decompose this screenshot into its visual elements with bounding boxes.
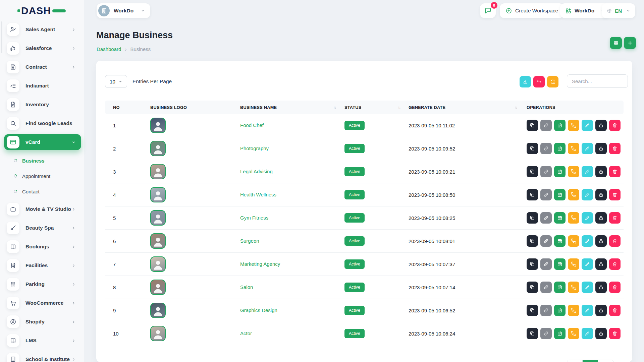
view-toggle-button[interactable] [610, 37, 622, 49]
contact-button[interactable] [568, 258, 579, 270]
appointment-button[interactable] [554, 189, 566, 200]
edit-button[interactable] [582, 328, 593, 339]
sidebar-item-woocommerce[interactable]: WooCommerce [4, 295, 81, 311]
messages-button[interactable]: 0 [480, 3, 496, 18]
create-workspace-button[interactable]: Create Workspace [500, 3, 564, 18]
business-logo[interactable] [150, 326, 166, 341]
workspace-switcher[interactable]: WorkDo [97, 3, 150, 18]
business-logo[interactable] [150, 164, 166, 179]
sidebar-item-school-institute[interactable]: School & Institute [4, 351, 81, 362]
contact-button[interactable] [568, 282, 579, 293]
contact-button[interactable] [568, 328, 579, 339]
search-input[interactable] [567, 74, 628, 88]
appointment-button[interactable] [554, 166, 566, 177]
duplicate-button[interactable] [527, 189, 538, 200]
sidebar-item-inventory[interactable]: Inventory [4, 97, 81, 113]
business-name-link[interactable]: Marketing Agency [240, 261, 280, 267]
delete-button[interactable] [609, 328, 621, 339]
appointment-button[interactable] [554, 282, 566, 293]
sidebar-item-appointment[interactable]: Appointment [0, 168, 84, 184]
sidebar-item-indiamart[interactable]: Indiamart [4, 78, 81, 94]
sidebar-item-salesforce[interactable]: Salesforce [4, 40, 81, 56]
sidebar-item-bookings[interactable]: Bookings [4, 239, 81, 255]
password-button[interactable] [595, 282, 607, 293]
delete-button[interactable] [609, 166, 621, 177]
appointment-button[interactable] [554, 120, 566, 131]
business-name-link[interactable]: Salon [240, 284, 253, 290]
duplicate-button[interactable] [527, 282, 538, 293]
password-button[interactable] [595, 235, 607, 247]
refresh-button[interactable] [547, 76, 558, 87]
duplicate-button[interactable] [527, 258, 538, 270]
sidebar-item-beauty-spa[interactable]: Beauty Spa [4, 220, 81, 236]
business-logo[interactable] [150, 210, 166, 226]
sidebar-item-shopify[interactable]: Shopify [4, 314, 81, 330]
business-name-link[interactable]: Health Wellness [240, 192, 276, 197]
link-button[interactable] [540, 166, 552, 177]
business-logo[interactable] [150, 303, 166, 318]
password-button[interactable] [595, 305, 607, 316]
business-logo[interactable] [150, 118, 166, 133]
business-logo[interactable] [150, 187, 166, 202]
pagination-page-1[interactable]: 1 [583, 360, 598, 362]
export-button[interactable] [520, 76, 531, 87]
duplicate-button[interactable] [527, 120, 538, 131]
language-button[interactable]: EN [602, 3, 635, 18]
app-logo[interactable]: DASH [17, 5, 66, 17]
business-name-link[interactable]: Legal Advising [240, 169, 273, 174]
password-button[interactable] [595, 328, 607, 339]
contact-button[interactable] [568, 143, 579, 154]
column-header-status[interactable]: STATUS [340, 105, 404, 110]
contact-button[interactable] [568, 189, 579, 200]
edit-button[interactable] [582, 166, 593, 177]
duplicate-button[interactable] [527, 143, 538, 154]
pagination-next[interactable]: › [598, 360, 613, 362]
duplicate-button[interactable] [527, 212, 538, 224]
reset-button[interactable] [533, 76, 545, 87]
business-logo[interactable] [150, 256, 166, 272]
sidebar-item-contract[interactable]: Contract [4, 59, 81, 75]
business-name-link[interactable]: Surgeon [240, 238, 259, 244]
delete-button[interactable] [609, 143, 621, 154]
edit-button[interactable] [582, 189, 593, 200]
edit-button[interactable] [582, 305, 593, 316]
password-button[interactable] [595, 258, 607, 270]
delete-button[interactable] [609, 189, 621, 200]
breadcrumb-dashboard-link[interactable]: Dashboard [97, 46, 121, 52]
appointment-button[interactable] [554, 212, 566, 224]
appointment-button[interactable] [554, 305, 566, 316]
link-button[interactable] [540, 305, 552, 316]
entries-per-page-select[interactable]: 10 [105, 75, 127, 88]
edit-button[interactable] [582, 282, 593, 293]
sidebar-item-sales-agent[interactable]: Sales Agent [4, 21, 81, 38]
edit-button[interactable] [582, 258, 593, 270]
duplicate-button[interactable] [527, 166, 538, 177]
business-name-link[interactable]: Actor [240, 330, 252, 336]
delete-button[interactable] [609, 120, 621, 131]
duplicate-button[interactable] [527, 305, 538, 316]
delete-button[interactable] [609, 305, 621, 316]
link-button[interactable] [540, 235, 552, 247]
sidebar-item-vcard[interactable]: vCard [4, 134, 81, 150]
business-name-link[interactable]: Graphics Design [240, 307, 277, 313]
link-button[interactable] [540, 328, 552, 339]
duplicate-button[interactable] [527, 235, 538, 247]
appointment-button[interactable] [554, 258, 566, 270]
edit-button[interactable] [582, 235, 593, 247]
link-button[interactable] [540, 212, 552, 224]
link-button[interactable] [540, 282, 552, 293]
password-button[interactable] [595, 120, 607, 131]
delete-button[interactable] [609, 282, 621, 293]
edit-button[interactable] [582, 143, 593, 154]
contact-button[interactable] [568, 235, 579, 247]
sidebar-item-facilities[interactable]: Facilities [4, 257, 81, 274]
contact-button[interactable] [568, 305, 579, 316]
appointment-button[interactable] [554, 328, 566, 339]
sidebar-item-contact[interactable]: Contact [0, 184, 84, 199]
add-business-button[interactable] [624, 37, 636, 49]
link-button[interactable] [540, 258, 552, 270]
contact-button[interactable] [568, 166, 579, 177]
duplicate-button[interactable] [527, 328, 538, 339]
delete-button[interactable] [609, 258, 621, 270]
password-button[interactable] [595, 143, 607, 154]
